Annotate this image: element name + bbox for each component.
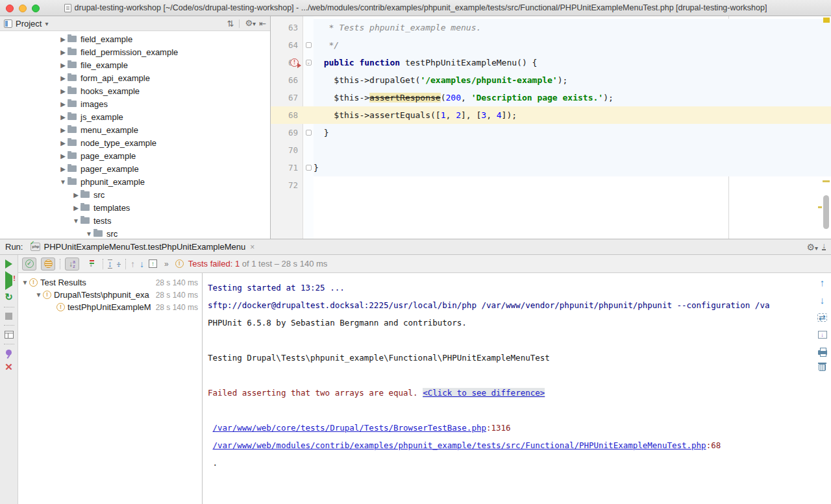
tree-item-file_example[interactable]: ▶file_example bbox=[0, 58, 270, 71]
tree-item-src[interactable]: ▶src bbox=[0, 188, 270, 201]
inspection-indicator-icon[interactable] bbox=[823, 18, 830, 23]
tree-item-src[interactable]: ▼src bbox=[0, 227, 270, 239]
test-duration: 28 s 140 ms bbox=[154, 278, 202, 287]
console-link[interactable]: /var/www/web/core/tests/Drupal/Tests/Bro… bbox=[213, 423, 486, 433]
show-ignored-toggle[interactable] bbox=[41, 258, 55, 270]
restore-layout-icon[interactable] bbox=[5, 331, 14, 339]
chevron-right-icon[interactable]: ▶ bbox=[58, 62, 68, 69]
chevron-down-icon[interactable]: ▼ bbox=[58, 178, 68, 186]
chevron-right-icon[interactable]: ▶ bbox=[58, 75, 68, 82]
tree-item-pager_example[interactable]: ▶pager_example bbox=[0, 162, 270, 175]
tree-item-images[interactable]: ▶images bbox=[0, 97, 270, 110]
rerun-failed-tests-button[interactable]: ! bbox=[5, 276, 12, 285]
fold-open-icon[interactable]: ⌄ bbox=[306, 60, 312, 66]
editor[interactable]: 63 * Tests phpunit_example menus.64 */65… bbox=[271, 16, 831, 239]
tree-item-phpunit_example[interactable]: ▼phpunit_example bbox=[0, 175, 270, 188]
run-tab[interactable]: php PHPUnitExampleMenuTest.testPhpUnitEx… bbox=[27, 241, 258, 253]
sort-alphabetically-toggle[interactable]: ↓az bbox=[65, 258, 79, 270]
chevron-down-icon[interactable]: ▼ bbox=[71, 217, 81, 224]
folder-icon bbox=[68, 114, 77, 120]
minimize-panel-icon[interactable]: ↓ bbox=[822, 243, 826, 250]
chevron-down-icon[interactable]: ▼ bbox=[34, 291, 43, 298]
close-panel-icon[interactable]: ✕ bbox=[5, 363, 13, 371]
tree-item-form_api_example[interactable]: ▶form_api_example bbox=[0, 71, 270, 84]
test-console[interactable]: Testing started at 13:25 ...sftp://docke… bbox=[203, 273, 813, 504]
more-actions-icon[interactable]: » bbox=[164, 259, 168, 269]
show-passed-toggle[interactable]: ✓ bbox=[22, 258, 36, 270]
project-view-dropdown[interactable]: ▾ bbox=[45, 20, 48, 27]
macos-traffic-lights[interactable] bbox=[6, 5, 40, 12]
console-link[interactable]: <Click to see difference> bbox=[423, 388, 545, 398]
editor-line-68[interactable]: 68 $this->assertEquals([1, 2], [3, 4]); bbox=[271, 106, 831, 124]
tree-item-label: tests bbox=[93, 216, 111, 226]
toggle-auto-test-icon[interactable]: ↻ bbox=[5, 293, 13, 302]
stop-button[interactable] bbox=[5, 313, 12, 320]
console-link[interactable]: /var/www/web/modules/contrib/examples/ph… bbox=[213, 440, 706, 450]
hide-panel-icon[interactable]: ⇤ bbox=[259, 19, 266, 28]
run-settings-gear-icon[interactable]: ⚙▾ bbox=[806, 242, 818, 252]
next-failed-test-icon[interactable]: ↓ bbox=[140, 259, 144, 269]
fold-end-icon[interactable] bbox=[306, 42, 312, 48]
expand-all-icon[interactable]: ↕ bbox=[108, 259, 112, 269]
tree-item-js_example[interactable]: ▶js_example bbox=[0, 110, 270, 123]
pin-tab-icon[interactable] bbox=[6, 350, 12, 355]
clear-all-icon[interactable] bbox=[819, 364, 826, 371]
tree-item-node_type_example[interactable]: ▶node_type_example bbox=[0, 136, 270, 149]
tree-item-field_permission_example[interactable]: ▶field_permission_example bbox=[0, 45, 270, 58]
editor-scrollbar-thumb[interactable] bbox=[823, 195, 829, 229]
tree-item-page_example[interactable]: ▶page_example bbox=[0, 149, 270, 162]
fold-end-icon[interactable] bbox=[306, 130, 312, 136]
close-tab-icon[interactable]: × bbox=[250, 243, 254, 252]
editor-line-67[interactable]: 67 $this->assertResponse(200, 'Descripti… bbox=[271, 89, 831, 106]
tree-item-hooks_example[interactable]: ▶hooks_example bbox=[0, 84, 270, 97]
fold-end-icon[interactable] bbox=[306, 165, 312, 171]
tree-item-field_example[interactable]: ▶field_example bbox=[0, 32, 270, 45]
test-result-row[interactable]: ▼!Test Results28 s 140 ms bbox=[18, 276, 202, 289]
chevron-right-icon[interactable]: ▶ bbox=[58, 114, 68, 121]
previous-occurrence-icon[interactable]: ↑ bbox=[820, 278, 825, 287]
editor-line-70[interactable]: 70 bbox=[271, 141, 831, 159]
soft-wrap-icon[interactable]: ⇄ bbox=[817, 313, 827, 322]
chevron-right-icon[interactable]: ▶ bbox=[71, 204, 81, 211]
chevron-down-icon[interactable]: ▼ bbox=[84, 230, 93, 237]
editor-line-71[interactable]: 71} bbox=[271, 159, 831, 176]
tree-item-tests[interactable]: ▼tests bbox=[0, 214, 270, 227]
chevron-right-icon[interactable]: ▶ bbox=[58, 139, 68, 147]
tree-item-templates[interactable]: ▶templates bbox=[0, 201, 270, 214]
sort-by-duration-toggle[interactable]: ↓ bbox=[84, 258, 98, 270]
test-failed-gutter-icon[interactable]: ! bbox=[290, 58, 299, 67]
chevron-right-icon[interactable]: ▶ bbox=[58, 49, 68, 56]
console-line bbox=[208, 331, 813, 349]
chevron-right-icon[interactable]: ▶ bbox=[71, 191, 81, 198]
editor-line-66[interactable]: 66 $this->drupalGet('/examples/phpunit-e… bbox=[271, 71, 831, 89]
zoom-window-button[interactable] bbox=[32, 5, 40, 12]
editor-line-69[interactable]: 69 } bbox=[271, 124, 831, 141]
editor-line-72[interactable]: 72 bbox=[271, 176, 831, 194]
test-result-row[interactable]: !testPhpUnitExampleM28 s 140 ms bbox=[18, 301, 202, 313]
editor-line-65[interactable]: 65!⌄ public function testPhpUnitExampleM… bbox=[271, 54, 831, 71]
chevron-right-icon[interactable]: ▶ bbox=[58, 126, 68, 134]
print-icon[interactable] bbox=[818, 350, 827, 355]
previous-failed-test-icon[interactable]: ↑ bbox=[130, 259, 135, 269]
editor-line-64[interactable]: 64 */ bbox=[271, 36, 831, 54]
next-occurrence-icon[interactable]: ↓ bbox=[820, 296, 825, 304]
chevron-right-icon[interactable]: ▶ bbox=[58, 88, 68, 95]
warning-stripe-mark[interactable] bbox=[823, 180, 830, 182]
collapse-all-icon[interactable]: ⇅ bbox=[227, 19, 234, 28]
editor-line-63[interactable]: 63 * Tests phpunit_example menus. bbox=[271, 19, 831, 36]
tree-item-menu_example[interactable]: ▶menu_example bbox=[0, 123, 270, 136]
chevron-right-icon[interactable]: ▶ bbox=[58, 152, 68, 160]
collapse-all-icon[interactable]: ↕ bbox=[117, 260, 121, 268]
close-window-button[interactable] bbox=[6, 5, 14, 12]
scroll-to-end-icon[interactable]: ↓ bbox=[818, 331, 827, 339]
rerun-button[interactable] bbox=[5, 259, 12, 269]
minimize-window-button[interactable] bbox=[19, 5, 27, 12]
warning-stripe-mark[interactable] bbox=[818, 206, 822, 208]
import-test-results-icon[interactable]: ↑ bbox=[149, 259, 157, 268]
chevron-down-icon[interactable]: ▼ bbox=[21, 279, 29, 286]
chevron-right-icon[interactable]: ▶ bbox=[58, 36, 68, 43]
chevron-right-icon[interactable]: ▶ bbox=[58, 101, 68, 108]
test-result-row[interactable]: ▼!Drupal\Tests\phpunit_exa28 s 140 ms bbox=[18, 289, 202, 301]
chevron-right-icon[interactable]: ▶ bbox=[58, 165, 68, 173]
gear-icon[interactable]: ⚙▾ bbox=[245, 19, 256, 28]
